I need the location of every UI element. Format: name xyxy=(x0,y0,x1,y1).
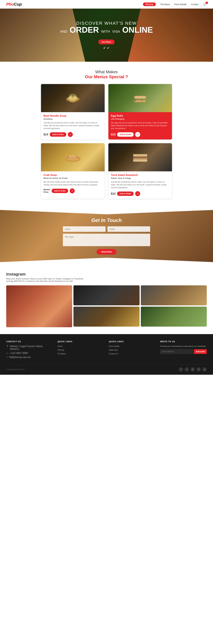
instagram-photo-main[interactable] xyxy=(6,285,72,327)
beef-title: Beef Noodle Soup xyxy=(43,114,102,118)
beef-image xyxy=(41,84,105,112)
footer-quicklinks1-col: QUICK LINKS Home PhoCup The Menu xyxy=(57,340,104,360)
social-icons: f t in P g xyxy=(179,367,207,372)
hero-line1: DISCOVER WHAT'S NEW xyxy=(60,21,153,26)
footer-link-home[interactable]: Home xyxy=(57,345,104,348)
navbar: PhoCup PhoCup The Menu Price Details Con… xyxy=(0,0,213,8)
form-row-top xyxy=(63,226,150,232)
beef-footer: $14 Add to Order ↗ xyxy=(43,132,102,137)
beef-share-button[interactable]: ↗ xyxy=(68,132,73,137)
footer-address-item: 📍 Adress / Legal Country Name, Street11 xyxy=(6,345,53,350)
hero-menu-button[interactable]: Our Menu xyxy=(98,40,115,44)
beef-body: Beef Noodle Soup Grandma Just like Ba (G… xyxy=(41,112,105,140)
contact-title: Get In Touch xyxy=(63,218,150,223)
hero-and: AND xyxy=(60,30,67,34)
crab-share-button[interactable]: ↗ xyxy=(70,188,75,193)
crab-title: Crab Soup xyxy=(43,174,102,177)
instagram-photo-4[interactable] xyxy=(141,285,207,305)
nav-price[interactable]: Price Details xyxy=(174,3,187,6)
location-icon: 📍 xyxy=(6,345,8,348)
pinterest-icon[interactable]: P xyxy=(197,367,201,372)
svg-point-17 xyxy=(70,156,71,158)
subscribe-button[interactable]: Subscribe xyxy=(194,349,207,354)
crab-body: Crab Soup Mmm So Good, So Fresh We use f… xyxy=(41,171,105,196)
twitter-icon[interactable]: t xyxy=(185,367,189,372)
egg-footer: $10 Add to Order ↗ xyxy=(111,132,170,137)
footer-link-phocup[interactable]: PhoCup xyxy=(57,349,104,352)
svg-rect-22 xyxy=(133,154,147,156)
footer-quick2-title: QUICK LINKS xyxy=(109,340,156,343)
egg-share-button[interactable]: ↗ xyxy=(135,132,140,137)
contact-section: Get In Touch Send Now xyxy=(0,208,213,264)
linkedin-icon[interactable]: in xyxy=(191,367,195,372)
nav-menu[interactable]: The Menu xyxy=(160,3,170,6)
rolls-svg xyxy=(131,92,150,104)
crab-desc: We use fresh whole chunk crab meat serve… xyxy=(43,180,102,186)
email-icon: ✉ xyxy=(6,356,8,358)
instagram-grid xyxy=(6,285,207,328)
footer-contact-title: CONTACT US xyxy=(6,340,53,343)
logo-pho: Pho xyxy=(6,2,14,6)
instagram-photo-5[interactable] xyxy=(141,306,207,326)
logo: PhoCup xyxy=(6,2,22,7)
cart-icon[interactable]: 🛒 1 xyxy=(203,2,207,6)
instagram-desc: Meet your fellow Humans! Show us your DB… xyxy=(6,278,84,282)
egg-desc: Our egg rolls are an experience not to b… xyxy=(111,121,170,130)
instagram-photo-2[interactable] xyxy=(73,285,139,305)
nav-badge[interactable]: PhoCup xyxy=(143,2,156,6)
tuna-share-button[interactable]: ↗ xyxy=(135,191,140,196)
hero-with: WITH xyxy=(101,30,110,34)
footer-link-contact[interactable]: Contact Us xyxy=(109,352,156,355)
newsletter-email-input[interactable] xyxy=(160,349,193,354)
egg-subtitle: Life Changing xyxy=(111,118,170,120)
instagram-section: Instagram Meet your fellow Humans! Show … xyxy=(0,264,213,334)
menu-card-beef: Beef Noodle Soup Grandma Just like Ba (G… xyxy=(41,84,105,140)
name-input[interactable] xyxy=(63,226,106,232)
instagram-right-col xyxy=(73,285,139,326)
tuna-footer: $14 Add to Order ↗ xyxy=(111,191,170,196)
footer-link-order[interactable]: Order Now xyxy=(109,349,156,352)
phone-icon: 📞 xyxy=(6,352,8,354)
crab-price: MarketPrice xyxy=(43,188,50,193)
svg-point-11 xyxy=(135,100,136,101)
svg-point-19 xyxy=(74,156,76,158)
specials-section: What Makes Our Menus Special ? Beef Nood… xyxy=(0,62,213,208)
footer-address: Adress / Legal Country Name, Street11 xyxy=(10,345,53,350)
copyright: Copyright 2020 PhoCup xyxy=(6,368,24,370)
google-icon[interactable]: g xyxy=(203,367,207,372)
cart-badge: 1 xyxy=(206,2,208,4)
footer-link-menu[interactable]: The Menu xyxy=(57,352,104,355)
footer-link-price[interactable]: Price Details xyxy=(109,345,156,348)
nav-contact[interactable]: Contact xyxy=(191,3,199,6)
tuna-title: Tuna Salad Sandwich xyxy=(111,174,170,177)
tuna-add-button[interactable]: Add to Order xyxy=(117,192,134,196)
hero-arrows: ↙ ↙ xyxy=(60,46,153,50)
footer-email: hi@phocup.com.au xyxy=(9,356,30,359)
soup-svg xyxy=(63,92,82,104)
instagram-right-col2 xyxy=(141,285,207,326)
menu-card-eggs: Egg Rolls Life Changing Our egg rolls ar… xyxy=(108,84,172,140)
footer-bottom: Copyright 2020 PhoCup f t in P g xyxy=(6,364,207,372)
footer-newsletter-title: WRITE TO US xyxy=(160,340,207,343)
svg-rect-25 xyxy=(133,158,147,160)
email-input[interactable] xyxy=(107,226,150,232)
hero-content: DISCOVER WHAT'S NEW AND ORDER WITH VISA … xyxy=(57,12,156,59)
footer-phone: +123 4567 8900 xyxy=(10,352,28,354)
specials-subtitle: Our Menus Special ? xyxy=(3,74,210,79)
hero-line2: AND ORDER WITH VISA ONLINE xyxy=(60,26,153,34)
svg-point-13 xyxy=(141,100,142,101)
facebook-icon[interactable]: f xyxy=(179,367,183,372)
section-title: What Makes Our Menus Special ? xyxy=(0,62,213,84)
specials-title: What Makes xyxy=(3,70,210,74)
footer-newsletter-col: WRITE TO US Provide your email below to … xyxy=(160,340,207,360)
egg-price: $10 xyxy=(111,133,116,136)
message-input[interactable] xyxy=(63,234,150,246)
egg-add-button[interactable]: Add to Order xyxy=(117,132,134,137)
svg-rect-10 xyxy=(135,100,146,102)
send-button[interactable]: Send Now xyxy=(97,249,116,254)
footer-grid: CONTACT US 📍 Adress / Legal Country Name… xyxy=(6,340,207,360)
instagram-photo-3[interactable] xyxy=(73,306,139,326)
beef-add-button[interactable]: Add to Order xyxy=(50,132,66,137)
crab-add-button[interactable]: Add to Order xyxy=(52,189,68,193)
svg-point-12 xyxy=(138,100,139,100)
